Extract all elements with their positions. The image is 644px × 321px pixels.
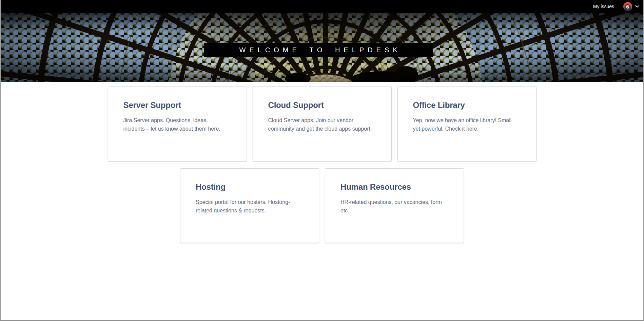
- user-avatar-icon: [623, 2, 632, 11]
- card-description: Jira Server apps. Questions, ideas, inci…: [123, 116, 231, 133]
- user-profile-menu[interactable]: [623, 2, 639, 11]
- chevron-down-icon: [632, 5, 639, 8]
- card-description-line: Cloud Server apps. Join our vendor: [268, 116, 376, 125]
- welcome-banner-title: WELCOME TO HELPDESK: [235, 46, 401, 54]
- card-office-library[interactable]: Office Library Yep, now we have an offic…: [397, 87, 536, 161]
- card-description-line: related questions & requests.: [196, 206, 304, 215]
- card-cloud-support[interactable]: Cloud Support Cloud Server apps. Join ou…: [253, 87, 392, 161]
- card-server-support[interactable]: Server Support Jira Server apps. Questio…: [108, 87, 247, 161]
- portal-cards-section: Server Support Jira Server apps. Questio…: [1, 87, 643, 243]
- welcome-banner: WELCOME TO HELPDESK: [204, 43, 433, 57]
- card-human-resources[interactable]: Human Resources HR-related questions, ou…: [325, 168, 464, 243]
- helpdesk-portal-page: My issues: [0, 0, 644, 321]
- card-description: Yep, now we have an office library! Smal…: [413, 116, 521, 133]
- card-title: Office Library: [413, 100, 521, 110]
- card-description-line: Jira Server apps. Questions, ideas,: [123, 116, 231, 125]
- hero-banner: WELCOME TO HELPDESK: [1, 13, 643, 82]
- card-title: Cloud Support: [268, 100, 376, 110]
- card-description-line: Yep, now we have an office library! Smal…: [413, 116, 521, 125]
- card-description: Cloud Server apps. Join our vendor commu…: [268, 116, 376, 133]
- card-title: Server Support: [123, 100, 231, 110]
- card-row-2: Hosting Special portal for our hosters. …: [180, 168, 464, 243]
- top-app-bar: My issues: [1, 0, 643, 13]
- card-description-line: Special portal for our hosters. Hostong-: [196, 198, 304, 206]
- card-hosting[interactable]: Hosting Special portal for our hosters. …: [180, 168, 319, 243]
- card-description-line: HR-related questions, our vacancies, for…: [340, 198, 448, 206]
- card-title: Human Resources: [340, 182, 448, 192]
- card-description-line: community and get the cloud apps support…: [268, 125, 376, 133]
- card-row-1: Server Support Jira Server apps. Questio…: [108, 87, 536, 161]
- card-description-line: etc.: [340, 206, 448, 215]
- card-title: Hosting: [196, 182, 304, 192]
- card-description: HR-related questions, our vacancies, for…: [340, 198, 448, 215]
- card-description-line: incidents – let us know about them here.: [123, 125, 231, 133]
- card-description-line: yet powerful. Check it here.: [413, 125, 521, 133]
- card-description: Special portal for our hosters. Hostong-…: [196, 198, 304, 215]
- my-issues-link[interactable]: My issues: [591, 0, 616, 13]
